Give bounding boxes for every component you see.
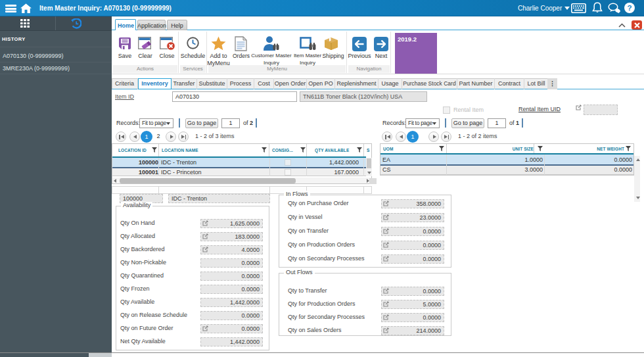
svg-text:?: ?: [627, 4, 632, 12]
